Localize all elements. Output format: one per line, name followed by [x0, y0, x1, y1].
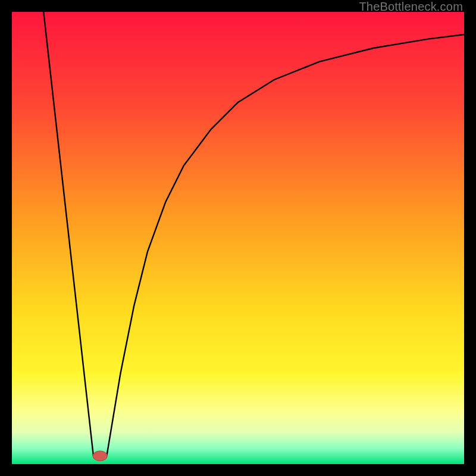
- minimum-marker: [93, 451, 107, 461]
- bottleneck-chart: [12, 12, 464, 464]
- watermark-text: TheBottleneck.com: [359, 0, 463, 14]
- gradient-background: [12, 12, 464, 464]
- chart-frame: [12, 12, 464, 464]
